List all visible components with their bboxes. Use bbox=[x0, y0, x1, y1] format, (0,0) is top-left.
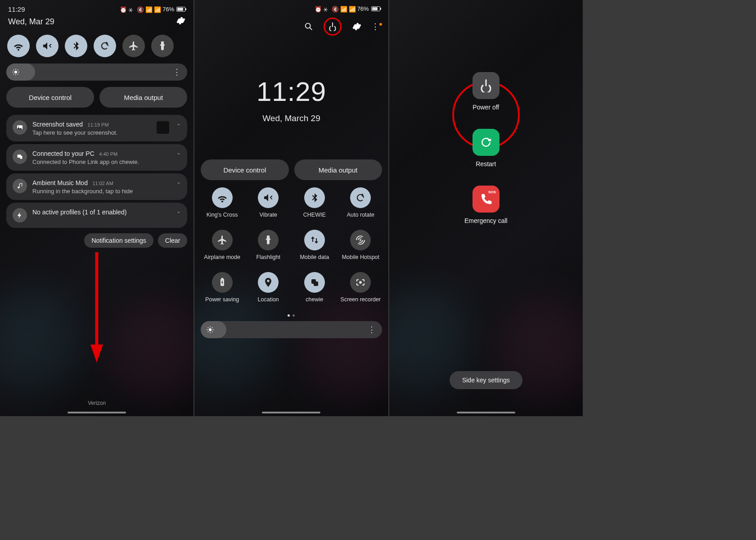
quick-toggle-row bbox=[6, 32, 187, 64]
page-indicator bbox=[201, 314, 382, 317]
chevron-down-icon[interactable]: ⌄ bbox=[176, 150, 181, 156]
date: Wed, March 29 bbox=[201, 113, 382, 123]
pc-link-icon bbox=[13, 150, 27, 164]
bolt-icon bbox=[13, 208, 27, 222]
link-tile[interactable] bbox=[304, 272, 325, 293]
screen-recorder-tile[interactable] bbox=[350, 272, 371, 293]
alarm-icon: ⏰ bbox=[315, 6, 321, 12]
flashlight-toggle[interactable] bbox=[151, 35, 174, 57]
settings-button[interactable] bbox=[176, 16, 185, 27]
restart-label: Restart bbox=[476, 160, 496, 168]
status-icons: ⏰ ⚹ 🔇 📶 📶 76% bbox=[315, 5, 380, 12]
mute-icon: 🔇 bbox=[137, 6, 143, 13]
battery-pct: 76% bbox=[357, 5, 369, 12]
notification-list: Screenshot saved 11:19 PM Tap here to se… bbox=[6, 115, 187, 228]
wifi-icon: 📶 bbox=[145, 6, 152, 13]
battery-icon bbox=[176, 7, 185, 12]
svg-marker-13 bbox=[90, 345, 103, 363]
brightness-icon bbox=[206, 326, 214, 334]
emergency-call-button[interactable]: SOS bbox=[472, 186, 500, 213]
mute-toggle[interactable] bbox=[36, 35, 58, 57]
bluetooth-icon: ⚹ bbox=[128, 6, 135, 13]
power-button[interactable] bbox=[328, 22, 337, 31]
brightness-slider[interactable]: ⋮ bbox=[6, 64, 187, 81]
autorotate-toggle[interactable] bbox=[94, 35, 116, 57]
notification-dot-icon bbox=[379, 23, 382, 26]
chevron-down-icon[interactable]: ⌄ bbox=[176, 208, 181, 214]
chevron-down-icon[interactable]: ⌄ bbox=[176, 120, 181, 127]
nav-handle[interactable] bbox=[262, 412, 320, 413]
brightness-more-icon[interactable]: ⋮ bbox=[173, 71, 181, 73]
mute-icon: 🔇 bbox=[332, 6, 338, 12]
clock: 11:29 bbox=[201, 76, 382, 107]
annotation-arrow bbox=[89, 252, 105, 365]
battery-icon bbox=[371, 6, 380, 11]
bluetooth-tile[interactable] bbox=[304, 187, 325, 208]
nav-handle[interactable] bbox=[457, 412, 515, 413]
media-output-button[interactable]: Media output bbox=[294, 159, 382, 180]
power-off-button[interactable] bbox=[472, 72, 500, 99]
status-time: 11:29 bbox=[8, 5, 25, 13]
power-off-label: Power off bbox=[472, 104, 499, 111]
status-bar: ⏰ ⚹ 🔇 📶 📶 76% bbox=[201, 0, 382, 14]
annotation-circle bbox=[324, 18, 342, 36]
restart-button[interactable] bbox=[472, 129, 500, 156]
notification-item[interactable]: Connected to your PC 4:40 PM Connected t… bbox=[6, 144, 187, 171]
power-saving-tile[interactable] bbox=[212, 272, 233, 293]
carrier-label: Verizon bbox=[0, 400, 194, 406]
mobile-data-tile[interactable] bbox=[304, 230, 325, 250]
quick-settings-expanded: ⏰ ⚹ 🔇 📶 📶 76% ⋮ 11:29 Wed, March 29 Devi… bbox=[194, 0, 388, 416]
nav-handle[interactable] bbox=[68, 412, 126, 413]
notification-shade-partial: 11:29 ⏰ ⚹ 🔇 📶 📶 76% Wed, Mar 29 ⋮ Device… bbox=[0, 0, 194, 416]
wifi-toggle[interactable] bbox=[7, 35, 30, 57]
wifi-icon: 📶 bbox=[340, 6, 346, 12]
music-icon bbox=[13, 179, 27, 193]
device-control-button[interactable]: Device control bbox=[6, 87, 94, 108]
hotspot-tile[interactable] bbox=[350, 230, 371, 250]
bluetooth-toggle[interactable] bbox=[65, 35, 87, 57]
battery-pct: 76% bbox=[162, 6, 174, 13]
airplane-toggle[interactable] bbox=[122, 35, 145, 57]
bluetooth-icon: ⚹ bbox=[323, 6, 329, 12]
settings-button[interactable] bbox=[351, 22, 361, 32]
search-button[interactable] bbox=[304, 22, 314, 32]
emergency-call-label: Emergency call bbox=[464, 217, 508, 224]
screenshot-thumbnail[interactable] bbox=[157, 121, 169, 134]
notification-item[interactable]: No active profiles (1 of 1 enabled) ⌄ bbox=[6, 203, 187, 228]
status-icons: ⏰ ⚹ 🔇 📶 📶 76% bbox=[120, 6, 185, 13]
notification-item[interactable]: Screenshot saved 11:19 PM Tap here to se… bbox=[6, 115, 187, 141]
brightness-more-icon[interactable]: ⋮ bbox=[368, 329, 376, 331]
screenshot-icon bbox=[13, 120, 27, 135]
side-key-settings-button[interactable]: Side key settings bbox=[450, 371, 522, 389]
notification-settings-button[interactable]: Notification settings bbox=[84, 233, 153, 248]
autorotate-tile[interactable] bbox=[350, 187, 371, 208]
status-bar: 11:29 ⏰ ⚹ 🔇 📶 📶 76% bbox=[6, 0, 187, 15]
clear-notifications-button[interactable]: Clear bbox=[158, 233, 187, 248]
signal-icon: 📶 bbox=[349, 6, 355, 12]
chevron-down-icon[interactable]: ⌄ bbox=[176, 179, 181, 185]
wifi-tile[interactable] bbox=[212, 187, 233, 208]
alarm-icon: ⏰ bbox=[120, 6, 126, 13]
notification-item[interactable]: Ambient Music Mod 11:02 AM Running in th… bbox=[6, 173, 187, 200]
signal-icon: 📶 bbox=[154, 6, 160, 13]
more-button[interactable]: ⋮ bbox=[371, 26, 379, 27]
device-control-button[interactable]: Device control bbox=[201, 159, 288, 180]
quick-tiles-grid: King's Cross Vibrate CHEWIE Auto rotate … bbox=[201, 187, 382, 310]
brightness-icon bbox=[12, 68, 20, 76]
vibrate-tile[interactable] bbox=[258, 187, 279, 208]
brightness-slider[interactable]: ⋮ bbox=[201, 321, 382, 338]
airplane-tile[interactable] bbox=[212, 230, 233, 250]
flashlight-tile[interactable] bbox=[258, 230, 279, 250]
media-output-button[interactable]: Media output bbox=[99, 87, 187, 108]
panel-date: Wed, Mar 29 bbox=[8, 17, 54, 27]
location-tile[interactable] bbox=[258, 272, 279, 293]
power-menu: Power off Restart SOS Emergency call Sid… bbox=[389, 0, 583, 416]
